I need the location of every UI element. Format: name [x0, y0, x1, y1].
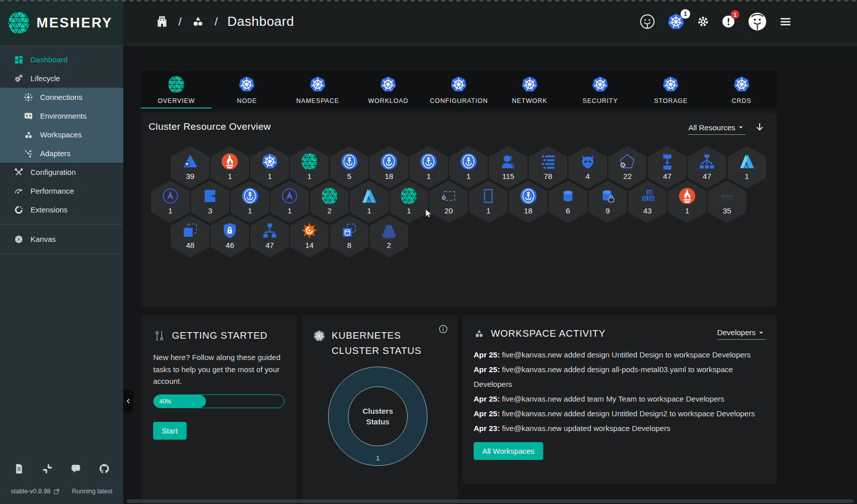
sidebar-item-kanvas[interactable]: Kanvas — [0, 230, 123, 248]
resource-hex-cert-manager[interactable]: 18 — [509, 181, 548, 223]
all-workspaces-button[interactable]: All Workspaces — [474, 442, 543, 460]
getting-started-title: GETTING STARTED — [172, 328, 268, 343]
sidebar-item-environments[interactable]: Environments — [0, 106, 123, 125]
tab-workload[interactable]: WORKLOAD — [353, 71, 423, 109]
tab-configuration[interactable]: CONFIGURATION — [423, 71, 494, 109]
resource-hex-pentagon-gear[interactable]: 22 — [608, 146, 647, 189]
resource-hex-juniper[interactable]: JuniperNETWORKS35 — [708, 181, 746, 223]
sidebar-divider — [0, 224, 123, 225]
resource-hex-daemon[interactable]: 4 — [568, 146, 607, 189]
containers-icon — [638, 187, 656, 205]
resource-hex-deployment[interactable]: 47 — [648, 146, 687, 189]
kubernetes-icon — [662, 76, 680, 93]
resource-hex-replicaset[interactable]: 47 — [688, 146, 726, 189]
tab-crds[interactable]: CRDS — [706, 71, 777, 109]
resource-hex-layers[interactable]: 48 — [171, 215, 209, 258]
github-icon[interactable] — [98, 463, 110, 475]
resource-hex-org-tree[interactable]: 47 — [251, 215, 289, 258]
resource-hex-cylinder[interactable]: 6 — [549, 181, 587, 223]
resource-hex-list[interactable]: 78 — [529, 146, 567, 189]
sidebar-item-configuration[interactable]: Configuration — [0, 163, 123, 182]
settings-button[interactable] — [696, 15, 710, 28]
workspace-activity-title: WORKSPACE ACTIVITY — [491, 326, 605, 341]
tab-node[interactable]: NODE — [211, 71, 282, 109]
capabilities-smiley-button[interactable] — [639, 13, 656, 30]
sidebar-item-workspaces[interactable]: Workspaces — [0, 125, 123, 144]
resource-hex-triangle-arrow[interactable]: 39 — [171, 146, 209, 189]
resource-hex-cylinder-lock[interactable]: 9 — [588, 181, 627, 223]
kubernetes-context-button[interactable]: 1 — [667, 13, 685, 31]
resource-hex-cert-manager[interactable]: 1 — [449, 146, 488, 189]
menu-button[interactable] — [779, 15, 792, 28]
resource-hex-meshery[interactable]: 1 — [290, 146, 329, 189]
resource-hex-stacked-discs[interactable]: 2 — [370, 215, 408, 258]
resource-hex-kubernetes[interactable]: 1 — [251, 146, 289, 189]
resource-filter-dropdown[interactable]: All Resources — [688, 123, 745, 135]
svg-text:NETWORKS: NETWORKS — [722, 199, 733, 201]
sidebar-item-connections[interactable]: Connections — [0, 88, 123, 106]
resource-count: 1 — [231, 206, 269, 215]
workspace-icon[interactable] — [191, 15, 205, 28]
resource-hex-square-notch[interactable]: 3 — [191, 181, 229, 223]
profile-avatar[interactable] — [747, 11, 768, 32]
kubernetes-icon — [450, 76, 468, 93]
resource-hex-compass[interactable]: 1 — [151, 181, 190, 223]
sidebar-divider — [0, 254, 123, 254]
resource-hex-cert-manager[interactable]: 1 — [409, 146, 448, 189]
chat-icon[interactable] — [70, 463, 82, 475]
resource-hex-meshery[interactable]: 2 — [310, 181, 349, 223]
resource-hex-azure[interactable]: 1 — [728, 146, 766, 189]
resource-hex-cube-layers[interactable]: 8 — [330, 215, 369, 258]
activity-entry: Apr 25: five@kanvas.new added team My Te… — [474, 391, 766, 406]
overview-title: Cluster Resource Overview — [149, 121, 271, 132]
workspace-activity-card: WORKSPACE ACTIVITY Developers Apr 25: fi… — [462, 315, 777, 484]
tab-storage[interactable]: STORAGE — [635, 71, 706, 109]
resource-hex-prometheus[interactable]: 1 — [668, 181, 706, 223]
sidebar-item-adapters[interactable]: Adapters — [0, 144, 123, 163]
resource-hex-cert-manager[interactable]: 5 — [330, 146, 369, 189]
tab-label: OVERVIEW — [158, 97, 195, 104]
resource-hex-rect-outline[interactable]: 1 — [469, 181, 508, 223]
resource-hex-shield-lock[interactable]: 46 — [210, 215, 249, 258]
brand[interactable]: MESHERY — [0, 0, 123, 46]
organization-icon[interactable] — [155, 15, 169, 28]
tab-network[interactable]: NETWORK — [494, 71, 565, 109]
resource-hex-grafana[interactable]: 14 — [290, 215, 329, 258]
meshery-icon — [400, 187, 418, 205]
info-icon[interactable] — [438, 324, 448, 334]
resource-count: 8 — [330, 241, 369, 249]
doc-icon[interactable] — [13, 463, 25, 475]
resource-count: 1 — [151, 206, 190, 215]
resource-hex-azure[interactable]: 1 — [350, 181, 388, 223]
version-link[interactable]: stable-v0.8.98 — [11, 488, 60, 495]
workspaces-icon — [23, 130, 33, 140]
tab-security[interactable]: SECURITY — [565, 71, 635, 109]
resource-count: 1 — [270, 206, 309, 215]
resource-hex-dashed-box[interactable]: 20 — [430, 181, 468, 223]
slack-icon[interactable] — [42, 463, 53, 475]
resource-hex-cert-manager[interactable]: 18 — [370, 146, 408, 189]
sidebar-collapse-button[interactable] — [123, 389, 133, 412]
resource-hex-compass[interactable]: 1 — [270, 181, 309, 223]
resource-hex-cert-manager[interactable]: 1 — [231, 181, 269, 223]
download-button[interactable] — [754, 122, 766, 134]
notifications-button[interactable]: 1 — [721, 14, 736, 29]
resource-hex-meshery[interactable]: 1 — [389, 181, 428, 223]
tab-namespace[interactable]: NAMESPACE — [282, 71, 353, 109]
sidebar-item-performance[interactable]: Performance — [0, 182, 123, 200]
kubernetes-icon — [521, 76, 539, 93]
tab-overview[interactable]: OVERVIEW — [141, 71, 211, 109]
resource-hex-containers[interactable]: 43 — [628, 181, 667, 223]
sidebar-item-lifecycle[interactable]: Lifecycle — [0, 69, 123, 88]
resource-hex-prometheus[interactable]: 1 — [210, 146, 249, 189]
sidebar-item-label: Extensions — [30, 205, 67, 214]
workspace-selector-dropdown[interactable]: Developers — [717, 328, 766, 340]
horizontal-scrollbar[interactable] — [127, 499, 853, 503]
getting-started-text: New here? Follow along these guided task… — [153, 351, 284, 387]
sidebar-item-dashboard[interactable]: Dashboard — [0, 50, 123, 69]
start-button[interactable]: Start — [153, 422, 187, 440]
resource-count: 1 — [290, 172, 329, 181]
sidebar-item-extensions[interactable]: Extensions — [0, 200, 123, 219]
cert-manager-icon — [340, 153, 358, 170]
resource-hex-user[interactable]: 115 — [489, 146, 527, 189]
